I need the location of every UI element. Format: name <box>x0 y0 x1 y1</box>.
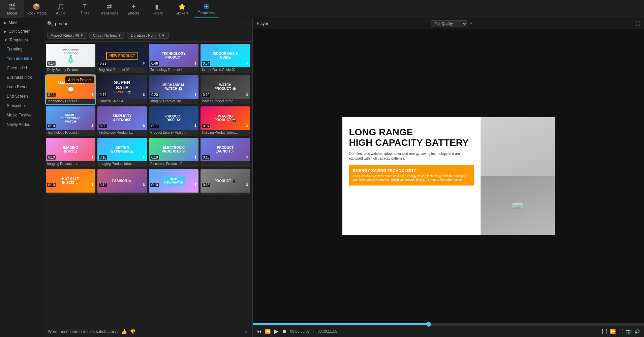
download-4: ⬇ <box>245 61 249 66</box>
duration-12: 0:07 <box>202 124 210 128</box>
sidebar-item-cinematic[interactable]: Cinematic I... <box>0 63 44 73</box>
volume-button[interactable]: 🔊 <box>634 329 640 334</box>
sidebar-mine[interactable]: ▶ Mine <box>0 18 44 27</box>
preview-frame: LONG RANGE HIGH CAPACITY BATTERY Our ele… <box>342 117 555 235</box>
thumbs-up-icon[interactable]: 👍 <box>121 329 127 334</box>
thumbs-down-icon[interactable]: 👎 <box>130 329 135 334</box>
audio-icon: 🎵 <box>57 3 64 10</box>
label-13: Imaging Product Intro... <box>46 161 95 167</box>
template-card-14[interactable]: BETTEREXPERIENCE 0:10 ⬇ Imaging Product … <box>97 138 147 167</box>
template-card-2[interactable]: NEW PRODUCT 0:21 ⬇ Bag New Product 02 <box>97 44 147 73</box>
sidebar-split-screen[interactable]: ▶ Split Screen <box>0 27 44 36</box>
player-title: Player <box>257 21 268 26</box>
template-card-3[interactable]: TECHNOLOGYPRODUCT 0:46 ⬇ Technology Prod… <box>149 44 198 73</box>
quality-select[interactable]: Full Quality Half Quality Quarter Qualit… <box>431 20 467 27</box>
download-5: ⬇ <box>91 92 94 97</box>
template-card-9[interactable]: SMARTELECTRONICWATCH 0:10 ⬇ Technology P… <box>46 106 95 136</box>
satisfaction-text: Were these search results satisfactory? <box>48 329 119 334</box>
sidebar-templates-group-label: Templates <box>9 38 28 42</box>
sidebar-item-trending[interactable]: Trending <box>0 44 44 54</box>
toolbar-stock-media[interactable]: 📦 Stock Media <box>24 0 49 18</box>
template-card-20[interactable]: PRODUCT 📱 0:18 ⬇ <box>201 169 250 195</box>
rewind-button[interactable]: ⏮ <box>257 329 262 334</box>
template-card-13[interactable]: IMAGINGINTRO 2 0:10 ⬇ Imaging Product In… <box>46 138 95 167</box>
clip-start-button[interactable]: [ <box>602 329 603 334</box>
player-viewport: LONG RANGE HIGH CAPACITY BATTERY Our ele… <box>253 29 644 323</box>
download-13: ⬇ <box>91 155 94 160</box>
download-9: ⬇ <box>91 124 94 128</box>
template-card-12[interactable]: IMAGINGPRODUCT 📷 0:07 ⬇ Imaging Product … <box>201 106 250 136</box>
toolbar-filters[interactable]: ◧ Filters <box>146 0 170 18</box>
duration-10: 0:09 <box>99 124 107 128</box>
toolbar-filters-label: Filters <box>153 11 163 15</box>
toolbar-titles[interactable]: T Titles <box>73 0 97 18</box>
search-input[interactable] <box>55 21 241 26</box>
template-card-17[interactable]: HOT SALEIN 2023 🔥 0:10 ⬇ <box>46 169 95 195</box>
duration-16: 0:15 <box>202 155 210 160</box>
toolbar-audio[interactable]: 🎵 Audio <box>49 0 73 18</box>
sidebar-mine-label: Mine <box>9 20 18 25</box>
satisfaction-close-button[interactable]: ✕ <box>244 329 248 334</box>
sidebar-item-end-screen[interactable]: End Screen <box>0 92 44 101</box>
template-card-8[interactable]: WATCHPRODUCT ⌚ 0:10 ⬇ Watch Product Intr… <box>201 75 250 104</box>
left-sidebar: ▶ Mine ▶ Split Screen ▼ Templates Trendi… <box>0 18 44 337</box>
download-18: ⬇ <box>142 182 146 187</box>
duration-filter[interactable]: Duration : No limit ▼ <box>127 32 168 39</box>
label-19 <box>149 193 198 195</box>
template-card-19[interactable]: BEST NEW WATCH 0:10 ⬇ <box>149 169 198 195</box>
template-card-6[interactable]: SUPERSALE CAMERA 📸 0:17 ⬇ Camera Sale 04 <box>97 75 147 104</box>
duration-4: 0:34 <box>202 61 210 66</box>
label-4: Indoor Oasis Guide 02 <box>201 67 250 73</box>
sidebar-templates-group[interactable]: ▼ Templates <box>0 36 44 44</box>
step-back-button[interactable]: ⏪ <box>265 329 271 334</box>
label-5: Technology Product I... <box>46 99 95 104</box>
duration-13: 0:10 <box>47 155 56 160</box>
template-card-18[interactable]: FASHION 👒 0:12 ⬇ <box>97 169 147 195</box>
duration-8: 0:10 <box>202 93 210 97</box>
toolbar-templates[interactable]: ⊞ Templates <box>194 0 218 18</box>
label-18 <box>97 193 147 195</box>
preview-orange-box: ENERGY SAVING TECHNOLOGY Our electronic … <box>349 165 474 186</box>
forward-button[interactable]: ⏩ <box>610 329 616 334</box>
sidebar-item-youtube-intro[interactable]: YouTube Intro <box>0 54 44 63</box>
clips-filter[interactable]: Clips : No limit ▼ <box>89 32 125 39</box>
clip-end-button[interactable]: ] <box>606 329 607 334</box>
sidebar-item-newly-added[interactable]: Newly Added <box>0 120 44 129</box>
sidebar-item-music-festival[interactable]: Music Festival <box>0 110 44 120</box>
more-options-icon[interactable]: ··· <box>243 21 249 26</box>
template-card-11[interactable]: PRODUCTDISPLAY 0:17 ⬇ Product Display Vi… <box>149 106 198 136</box>
template-card-4[interactable]: INDOOR OASISGUIDE 0:34 ⬇ Indoor Oasis Gu… <box>201 44 250 73</box>
aspect-ratio-filter[interactable]: Aspect Ratio : All ▼ <box>47 32 87 39</box>
template-card-16[interactable]: PRODUCTLAUNCH 🚀 0:15 ⬇ <box>201 138 250 167</box>
stop-button[interactable]: ⏹ <box>282 329 287 334</box>
label-8: Watch Product Introd... <box>201 99 250 104</box>
template-card-7[interactable]: MECHANICALWATCH 🕐 0:20 ⬇ Imaging Product… <box>149 75 198 104</box>
preview-right: ⌚ ⌨️ <box>481 117 555 235</box>
toolbar-stickers[interactable]: ⭐ Stickers <box>170 0 194 18</box>
download-8: ⬇ <box>245 92 249 97</box>
sidebar-item-subscribe[interactable]: Subscribe <box>0 101 44 110</box>
label-9: Technology Product I... <box>46 130 95 136</box>
sidebar-item-logo-reveal[interactable]: Logo Reveal <box>0 82 44 92</box>
download-3: ⬇ <box>194 61 197 66</box>
snapshot-button[interactable]: 📷 <box>626 329 632 334</box>
add-to-project-badge[interactable]: Add to Project <box>65 76 94 83</box>
player-progress-bar[interactable] <box>253 323 644 325</box>
toolbar-effects[interactable]: ✦ Effects <box>121 0 146 18</box>
duration-5: 0:11 <box>47 93 56 97</box>
expand-icon[interactable]: ⛶ <box>635 21 640 26</box>
sidebar-item-business-intro[interactable]: Business Intro <box>0 73 44 82</box>
template-card-10[interactable]: SIMPLICITY& DENOISE 0:09 ⬇ Technology Pr… <box>97 106 147 136</box>
toolbar-media[interactable]: 🎬 Media <box>0 0 24 18</box>
template-card-15[interactable]: ELECTRONICPRODUCTS ⚡ 0:19 ⬇ Electronic P… <box>149 138 198 167</box>
preview-orange-text: Our electronic watches adopt advanced en… <box>353 174 470 182</box>
toolbar-stock-label: Stock Media <box>26 11 47 15</box>
total-time: 00:00:11:15 <box>317 329 337 333</box>
duration-chevron: ▼ <box>161 33 165 37</box>
template-card-1[interactable]: SMOOTHING SHAMPOO 🧴 0:14 ⬇ Daily Beauty … <box>46 44 95 73</box>
play-button[interactable]: ▶ <box>274 328 279 335</box>
template-card-5[interactable]: SMARTWATCH ⌚ 0:11 ⬇ Technology Product I… <box>46 75 95 104</box>
fullscreen-button[interactable]: ⛶ <box>618 329 623 334</box>
toolbar-transitions[interactable]: ⇄ Transitions <box>97 0 121 18</box>
player-progress-thumb[interactable] <box>426 322 431 327</box>
